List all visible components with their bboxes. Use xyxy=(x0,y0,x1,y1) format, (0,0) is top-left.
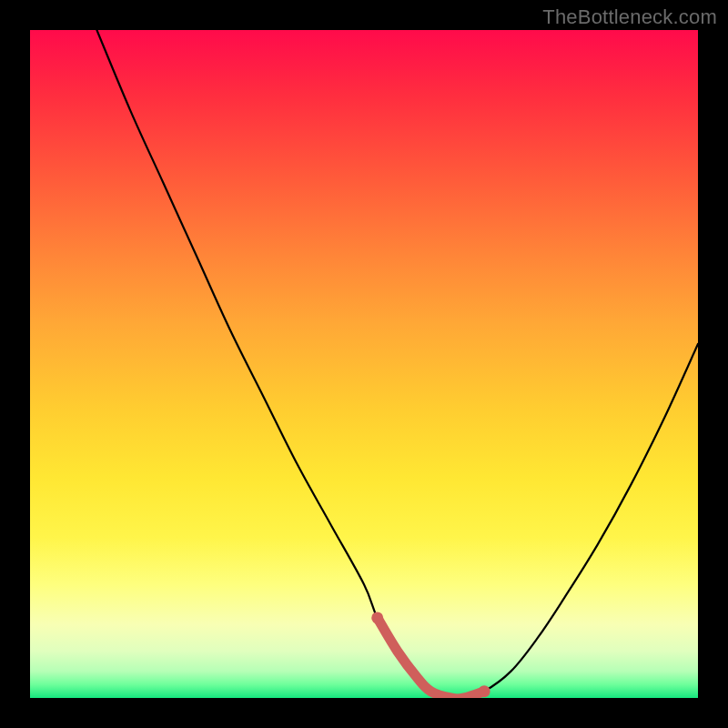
chart-frame: TheBottleneck.com xyxy=(0,0,728,728)
optimal-range-highlight xyxy=(378,618,484,698)
watermark-text: TheBottleneck.com xyxy=(542,5,717,29)
curve-layer xyxy=(30,30,698,698)
highlight-end-dot xyxy=(479,685,490,697)
plot-area xyxy=(30,30,698,698)
highlight-start-dot xyxy=(371,612,383,623)
bottleneck-curve xyxy=(96,30,698,698)
